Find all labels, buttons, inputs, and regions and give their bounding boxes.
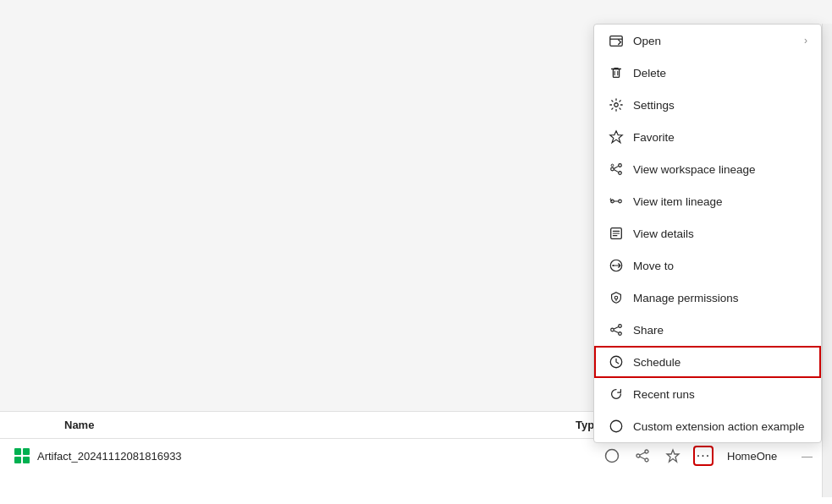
svg-point-29 bbox=[610, 420, 622, 432]
svg-rect-0 bbox=[14, 448, 21, 455]
row-extra: — bbox=[802, 450, 818, 463]
menu-view-details-label: View details bbox=[633, 227, 807, 240]
svg-point-20 bbox=[619, 200, 622, 203]
permissions-icon bbox=[608, 289, 625, 306]
menu-recent-runs-label: Recent runs bbox=[633, 388, 807, 401]
more-actions-button[interactable]: ··· bbox=[693, 446, 714, 466]
svg-point-4 bbox=[606, 450, 619, 463]
menu-item-recent-runs[interactable]: Recent runs bbox=[594, 378, 821, 410]
svg-rect-12 bbox=[613, 69, 619, 78]
svg-rect-3 bbox=[23, 457, 30, 463]
svg-point-27 bbox=[619, 332, 622, 336]
row-icon bbox=[14, 447, 30, 464]
custom-extension-icon bbox=[608, 418, 625, 435]
row-actions: ··· bbox=[602, 446, 714, 466]
svg-point-15 bbox=[611, 167, 614, 171]
menu-custom-extension-label: Custom extension action example bbox=[633, 420, 807, 433]
svg-point-23 bbox=[612, 265, 614, 266]
menu-workspace-lineage-label: View workspace lineage bbox=[633, 163, 807, 176]
menu-item-share[interactable]: Share bbox=[594, 314, 821, 346]
menu-permissions-label: Manage permissions bbox=[633, 292, 807, 304]
menu-item-delete[interactable]: Delete bbox=[594, 57, 821, 89]
svg-point-13 bbox=[614, 103, 619, 107]
svg-point-24 bbox=[614, 296, 618, 299]
schedule-icon bbox=[608, 353, 625, 370]
workspace-lineage-icon bbox=[608, 161, 625, 178]
circle-action-icon[interactable] bbox=[602, 446, 622, 466]
svg-point-26 bbox=[611, 328, 614, 331]
svg-marker-10 bbox=[667, 450, 679, 462]
menu-share-label: Share bbox=[633, 324, 807, 337]
item-lineage-icon bbox=[608, 193, 625, 210]
svg-marker-14 bbox=[610, 131, 622, 143]
svg-point-18 bbox=[611, 164, 614, 167]
svg-point-7 bbox=[645, 458, 648, 462]
menu-item-schedule[interactable]: Schedule bbox=[594, 346, 821, 378]
svg-line-8 bbox=[640, 452, 645, 455]
menu-move-to-label: Move to bbox=[633, 260, 807, 272]
green-grid-icon bbox=[14, 447, 30, 464]
menu-item-view-details[interactable]: View details bbox=[594, 217, 821, 249]
details-icon bbox=[608, 225, 625, 242]
menu-schedule-label: Schedule bbox=[633, 356, 807, 369]
menu-favorite-label: Favorite bbox=[633, 131, 807, 144]
menu-item-open[interactable]: Open › bbox=[594, 25, 821, 57]
menu-item-favorite[interactable]: Favorite bbox=[594, 121, 821, 153]
share-icon bbox=[608, 321, 625, 338]
svg-rect-1 bbox=[23, 448, 30, 455]
open-icon bbox=[608, 32, 625, 49]
svg-point-25 bbox=[619, 325, 622, 328]
scrollbar-area bbox=[822, 24, 832, 497]
menu-settings-label: Settings bbox=[633, 99, 807, 112]
share-action-icon[interactable] bbox=[632, 446, 653, 466]
menu-delete-label: Delete bbox=[633, 67, 807, 79]
favorite-action-icon[interactable] bbox=[663, 446, 683, 466]
delete-icon bbox=[608, 64, 625, 81]
svg-rect-11 bbox=[610, 36, 622, 47]
svg-point-6 bbox=[636, 454, 640, 457]
menu-item-manage-permissions[interactable]: Manage permissions bbox=[594, 282, 821, 314]
menu-item-custom-extension[interactable]: Custom extension action example bbox=[594, 410, 821, 442]
recent-runs-icon bbox=[608, 386, 625, 403]
menu-item-move-to[interactable]: Move to bbox=[594, 249, 821, 282]
table-row: Artifact_20241112081816933 bbox=[0, 439, 832, 473]
svg-point-5 bbox=[645, 450, 648, 453]
svg-point-16 bbox=[619, 164, 622, 167]
move-icon bbox=[608, 257, 625, 274]
svg-line-9 bbox=[640, 457, 645, 459]
artifact-name: Artifact_20241112081816933 bbox=[37, 450, 595, 463]
menu-item-view-item-lineage[interactable]: View item lineage bbox=[594, 185, 821, 217]
svg-point-17 bbox=[619, 172, 622, 175]
svg-rect-2 bbox=[14, 457, 21, 463]
menu-item-lineage-label: View item lineage bbox=[633, 195, 807, 208]
menu-item-view-workspace-lineage[interactable]: View workspace lineage bbox=[594, 153, 821, 185]
settings-icon bbox=[608, 96, 625, 113]
context-menu: Open › Delete Settings bbox=[593, 24, 822, 443]
menu-item-settings[interactable]: Settings bbox=[594, 89, 821, 121]
open-submenu-chevron: › bbox=[804, 35, 807, 47]
favorite-icon bbox=[608, 129, 625, 145]
menu-open-label: Open bbox=[633, 35, 796, 47]
row-type: HomeOne bbox=[727, 450, 795, 463]
